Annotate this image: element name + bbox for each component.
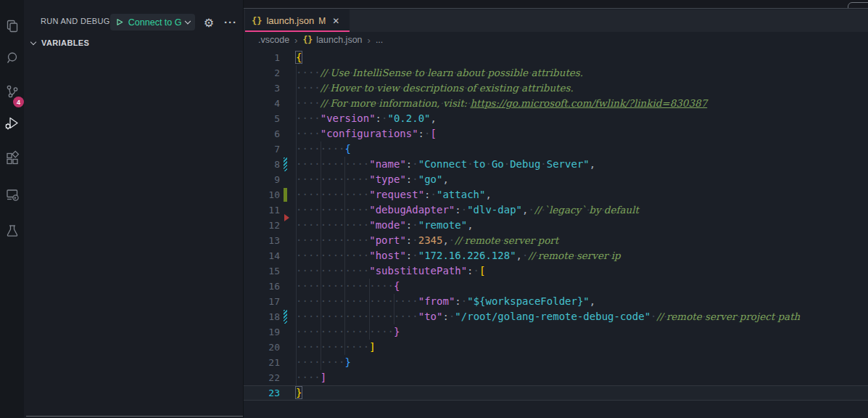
code-line[interactable]: 20············]	[244, 340, 868, 355]
code-line[interactable]: 12············"mode":·"remote",	[244, 218, 868, 233]
indent-guide	[296, 218, 297, 233]
line-number[interactable]: 2	[244, 65, 280, 81]
indent-guide	[394, 294, 394, 309]
start-debugging-icon[interactable]	[115, 17, 124, 27]
indent-guide	[344, 233, 345, 248]
code-line[interactable]: 23}	[244, 385, 868, 401]
json-file-icon: {}	[302, 35, 313, 45]
code-line[interactable]: 17····················"from":·"${workspa…	[244, 294, 868, 309]
line-number[interactable]: 20	[244, 340, 280, 355]
code-line[interactable]: 15············"substitutePath":·[	[244, 263, 868, 279]
code-text: ············"type":·"go",	[296, 172, 449, 187]
indent-guide	[321, 157, 321, 172]
code-line[interactable]: 7········{	[244, 142, 868, 157]
line-number[interactable]: 19	[244, 324, 280, 340]
code-line[interactable]: 3····//·Hover·to·view·descriptions·of·ex…	[244, 81, 868, 96]
line-number[interactable]: 15	[244, 263, 280, 279]
breadcrumb-folder[interactable]: .vscode	[258, 35, 289, 45]
code-line[interactable]: 5····"version":·"0.2.0",	[244, 111, 868, 126]
activity-item-explorer[interactable]	[0, 13, 24, 39]
line-number[interactable]: 16	[244, 279, 280, 294]
line-number[interactable]: 11	[244, 202, 280, 218]
code-text: ················}	[296, 324, 400, 340]
activity-item-testing[interactable]	[0, 218, 24, 244]
code-line[interactable]: 9············"type":·"go",	[244, 172, 868, 187]
indent-guide	[344, 263, 345, 279]
indent-guide	[321, 355, 321, 370]
line-number[interactable]: 23	[244, 385, 280, 401]
beaker-icon	[4, 223, 20, 239]
code-line[interactable]: 1{	[244, 50, 868, 65]
activity-item-remote-explorer[interactable]	[0, 181, 24, 208]
breadcrumb-more[interactable]: ...	[376, 35, 383, 45]
line-number[interactable]: 4	[244, 96, 280, 111]
code-line[interactable]: 21········}	[244, 355, 868, 370]
extensions-icon	[4, 150, 20, 166]
line-number[interactable]: 7	[244, 142, 280, 157]
run-and-debug-sidebar: RUN AND DEBUG Connect to G ⚙ ··· VARIABL…	[24, 0, 243, 418]
indent-guide	[296, 96, 297, 111]
indent-guide	[296, 142, 297, 157]
activity-item-run-and-debug[interactable]	[0, 110, 24, 136]
variables-section-label: VARIABLES	[41, 38, 89, 47]
code-text: ····]	[296, 370, 326, 385]
launch-configuration-dropdown[interactable]: Connect to G	[110, 14, 195, 30]
line-number[interactable]: 17	[244, 294, 280, 309]
code-line[interactable]: 2····//·Use·IntelliSense·to·learn·about·…	[244, 65, 868, 81]
line-number[interactable]: 18	[244, 309, 280, 324]
debug-settings-button[interactable]: ⚙	[200, 14, 218, 31]
indent-guide	[369, 324, 370, 340]
line-number[interactable]: 6	[244, 126, 280, 142]
line-number[interactable]: 9	[244, 172, 280, 187]
indent-guide	[369, 309, 370, 324]
line-number[interactable]: 22	[244, 370, 280, 385]
line-number[interactable]: 10	[244, 187, 280, 202]
source-control-badge: 4	[13, 97, 24, 107]
line-number[interactable]: 14	[244, 248, 280, 263]
line-number[interactable]: 5	[244, 111, 280, 126]
code-text: ····"configurations":·[	[296, 126, 437, 142]
line-number[interactable]: 8	[244, 157, 280, 172]
code-line[interactable]: 11············"debugAdapter":·"dlv-dap",…	[244, 202, 868, 218]
code-line[interactable]: 16················{	[244, 279, 868, 294]
indent-guide	[344, 218, 345, 233]
indent-guide	[296, 370, 297, 385]
code-line[interactable]: 6····"configurations":·[	[244, 126, 868, 142]
activity-item-search[interactable]	[0, 45, 24, 71]
indent-guide	[296, 233, 297, 248]
code-line[interactable]: 14············"host":·"172.16.226.128",·…	[244, 248, 868, 263]
code-line[interactable]: 22····]	[244, 370, 868, 385]
more-actions-button[interactable]: ···	[221, 13, 240, 30]
indent-guide	[321, 263, 321, 279]
activity-item-extensions[interactable]	[0, 145, 24, 171]
line-number[interactable]: 21	[244, 355, 280, 370]
gutter-add-indicator	[284, 188, 287, 202]
sidebar-title: RUN AND DEBUG	[41, 17, 110, 25]
code-line[interactable]: 8············"name":·"Connect·to·Go·Debu…	[244, 157, 868, 172]
indent-guide	[296, 126, 297, 142]
breadcrumb-separator-icon: ›	[368, 35, 371, 46]
indent-guide	[344, 202, 345, 218]
code-text: ············"substitutePath":·[	[296, 263, 485, 279]
code-area[interactable]: 1{2····//·Use·IntelliSense·to·learn·abou…	[244, 48, 868, 401]
indent-guide	[296, 111, 297, 126]
code-line[interactable]: 13············"port":·2345,·//·remote·se…	[244, 233, 868, 248]
chevron-down-icon	[30, 38, 36, 44]
remote-explorer-icon	[4, 187, 20, 202]
line-number[interactable]: 3	[244, 81, 280, 96]
line-number[interactable]: 13	[244, 233, 280, 248]
breadcrumb-file[interactable]: launch.json	[316, 35, 362, 45]
indent-guide	[296, 340, 297, 355]
code-line[interactable]: 19················}	[244, 324, 868, 340]
code-line[interactable]: 10············"request":·"attach",	[244, 187, 868, 202]
line-number[interactable]: 12	[244, 218, 280, 233]
code-line[interactable]: 18····················"to":·"/root/golan…	[244, 309, 868, 324]
code-line[interactable]: 4····//·For·more·information,·visit:·htt…	[244, 96, 868, 111]
tab-launch-json[interactable]: {} launch.json M ✕	[245, 9, 350, 32]
code-text: ············"request":·"attach",	[296, 187, 492, 202]
activity-item-source-control[interactable]: 4	[0, 78, 24, 104]
variables-section-header[interactable]: VARIABLES	[24, 36, 243, 50]
indent-guide	[394, 309, 394, 324]
close-icon[interactable]: ✕	[332, 16, 339, 26]
line-number[interactable]: 1	[244, 50, 280, 65]
